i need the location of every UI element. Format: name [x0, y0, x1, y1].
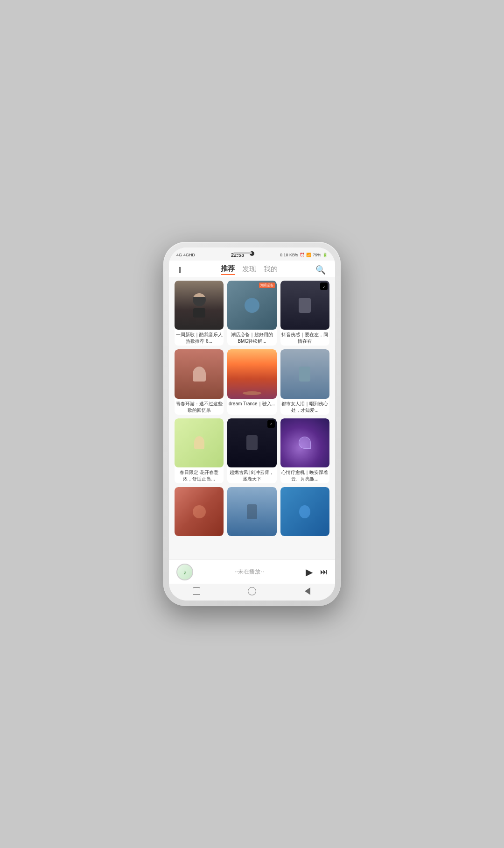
card-6[interactable]: 都市女人泪｜唱到伤心处，才知爱...: [280, 349, 329, 414]
card-7-image: [175, 418, 224, 467]
player-bar: ♪ --未在播放-- ▶ ⏭: [169, 559, 335, 584]
card-10[interactable]: [175, 487, 224, 536]
bottom-navigation: [169, 584, 335, 601]
card-1-title: 一周新歌｜酷我音乐人热歌推荐 6...: [175, 330, 224, 346]
nav-tabs: 推荐 发现 我的: [221, 264, 278, 275]
card-1[interactable]: 一周新歌｜酷我音乐人热歌推荐 6...: [175, 281, 224, 346]
status-wifi: 📶: [306, 253, 311, 257]
card-8-img-wrapper: ♪: [227, 418, 276, 467]
status-time: 22:53: [231, 252, 244, 258]
card-12[interactable]: [280, 487, 329, 536]
card-1-image: [175, 281, 224, 330]
card-6-img-wrapper: [280, 349, 329, 398]
card-4-img-wrapper: [175, 349, 224, 398]
card-7[interactable]: 春日限定·花开春意浓，舒适正当...: [175, 418, 224, 483]
bottom-back-button[interactable]: [191, 586, 202, 596]
card-4-image: [175, 349, 224, 398]
card-6-image: [280, 349, 329, 398]
card-row-4: [175, 487, 329, 536]
card-row-1: 一周新歌｜酷我音乐人热歌推荐 6... 潮店必备 潮店必备｜超好用的BMG轻松解…: [175, 281, 329, 346]
signal-4g: 4G: [176, 253, 182, 257]
card-5-title: dream Trance｜驶入...: [227, 399, 276, 408]
card-11-img-wrapper: [227, 487, 276, 536]
card-9-title: 心情疗愈机｜晚安踩着云、月亮贩...: [280, 467, 329, 483]
card-5[interactable]: dream Trance｜驶入...: [227, 349, 276, 414]
phone-frame: 4G 4GHD 22:53 0.10 KB/s ⏰ 📶 79% 🔋 ⫿ 推荐 发…: [163, 242, 341, 606]
battery-icon: 🔋: [322, 253, 328, 257]
card-3-tiktok: ♪: [320, 283, 328, 290]
signal-4ghd: 4GHD: [183, 253, 195, 257]
triangle-icon: [305, 587, 310, 595]
card-11[interactable]: [227, 487, 276, 536]
bottom-recents-button[interactable]: [302, 586, 313, 596]
card-4[interactable]: 青春环游：逃不过这些歌的回忆杀: [175, 349, 224, 414]
play-button[interactable]: ▶: [306, 566, 313, 578]
next-button[interactable]: ⏭: [320, 568, 328, 576]
status-signals: 4G 4GHD: [176, 253, 195, 257]
card-1-img-wrapper: [175, 281, 224, 330]
card-5-img-wrapper: [227, 349, 276, 398]
status-alarm: ⏰: [300, 253, 305, 257]
card-12-img-wrapper: [280, 487, 329, 536]
card-12-image: [280, 487, 329, 536]
card-row-2: 青春环游：逃不过这些歌的回忆杀 dream Trance｜驶入...: [175, 349, 329, 414]
status-battery: 79%: [313, 253, 321, 257]
card-3[interactable]: ♪ 抖音伤感｜爱在左，同情在右: [280, 281, 329, 346]
card-11-image: [227, 487, 276, 536]
card-5-image: [227, 349, 276, 398]
card-4-title: 青春环游：逃不过这些歌的回忆杀: [175, 399, 224, 415]
search-icon[interactable]: 🔍: [315, 265, 326, 275]
player-disc[interactable]: ♪: [176, 564, 193, 580]
phone-screen: 4G 4GHD 22:53 0.10 KB/s ⏰ 📶 79% 🔋 ⫿ 推荐 发…: [169, 247, 335, 601]
card-8-tiktok: ♪: [267, 420, 275, 428]
card-2-badge: 潮店必备: [259, 283, 275, 288]
card-10-img-wrapper: [175, 487, 224, 536]
card-9-image: [280, 418, 329, 467]
navigation-bar: ⫿ 推荐 发现 我的 🔍: [169, 261, 335, 277]
tab-mine[interactable]: 我的: [264, 265, 278, 275]
card-7-img-wrapper: [175, 418, 224, 467]
status-indicators: 0.10 KB/s ⏰ 📶 79% 🔋: [280, 253, 328, 257]
status-speed: 0.10 KB/s: [280, 253, 298, 257]
filter-icon[interactable]: ⫿: [178, 265, 182, 275]
square-icon: [193, 587, 200, 595]
card-row-3: 春日限定·花开春意浓，舒适正当... ♪ 超燃古风ǁ剑冲云霄，逐鹿天下: [175, 418, 329, 483]
card-2-title: 潮店必备｜超好用的BMG轻松解...: [227, 330, 276, 346]
card-2[interactable]: 潮店必备 潮店必备｜超好用的BMG轻松解...: [227, 281, 276, 346]
content-area[interactable]: 一周新歌｜酷我音乐人热歌推荐 6... 潮店必备 潮店必备｜超好用的BMG轻松解…: [169, 277, 335, 559]
card-9[interactable]: 心情疗愈机｜晚安踩着云、月亮贩...: [280, 418, 329, 483]
card-3-img-wrapper: ♪: [280, 281, 329, 330]
player-disc-icon: ♪: [183, 568, 187, 576]
player-controls: ▶ ⏭: [306, 566, 328, 578]
card-8-title: 超燃古风ǁ剑冲云霄，逐鹿天下: [227, 467, 276, 483]
player-title: --未在播放--: [199, 568, 300, 576]
tab-recommend[interactable]: 推荐: [221, 264, 235, 275]
card-6-title: 都市女人泪｜唱到伤心处，才知爱...: [280, 399, 329, 415]
card-2-img-wrapper: 潮店必备: [227, 281, 276, 330]
tab-discover[interactable]: 发现: [242, 265, 256, 275]
card-8[interactable]: ♪ 超燃古风ǁ剑冲云霄，逐鹿天下: [227, 418, 276, 483]
bottom-home-button[interactable]: [247, 586, 257, 596]
card-7-title: 春日限定·花开春意浓，舒适正当...: [175, 467, 224, 483]
card-3-title: 抖音伤感｜爱在左，同情在右: [280, 330, 329, 346]
status-bar: 4G 4GHD 22:53 0.10 KB/s ⏰ 📶 79% 🔋: [169, 247, 335, 261]
circle-icon: [248, 587, 256, 595]
card-9-img-wrapper: [280, 418, 329, 467]
card-10-image: [175, 487, 224, 536]
